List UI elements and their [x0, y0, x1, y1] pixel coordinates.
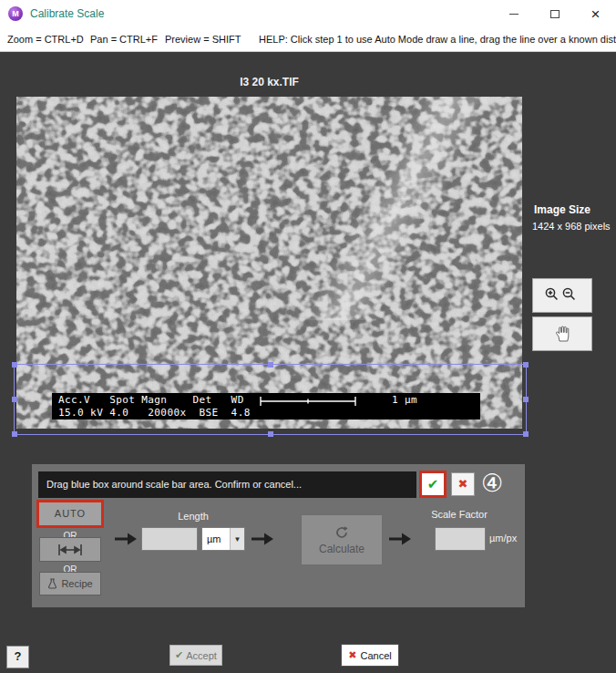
image-filename: I3 20 kx.TIF	[16, 76, 522, 88]
pan-button[interactable]	[532, 316, 592, 351]
zoom-button[interactable]	[532, 278, 592, 313]
minimize-button[interactable]	[493, 0, 534, 27]
scale-factor-label: Scale Factor	[407, 509, 511, 520]
calibrate-scale-window: M Calibrate Scale × Zoom = CTRL+D Pan = …	[0, 0, 616, 673]
length-label: Length	[141, 511, 245, 522]
recipe-flask-icon	[47, 578, 57, 589]
window-title: Calibrate Scale	[30, 7, 104, 20]
cancel-selection-button[interactable]: ✖	[451, 472, 475, 496]
maximize-button[interactable]	[534, 0, 575, 27]
app-icon: M	[8, 6, 23, 21]
recipe-button-label: Recipe	[61, 578, 92, 589]
cancel-button[interactable]: ✖ Cancel	[341, 644, 399, 667]
minimize-icon	[509, 14, 518, 15]
unit-selected-value: µm	[202, 533, 230, 544]
instruction-bar: Drag blue box around scale bar area. Con…	[38, 471, 416, 498]
step-4-badge: ④	[476, 469, 508, 498]
flow-arrow-icon	[115, 533, 137, 545]
accept-button[interactable]: ✔ Accept	[169, 645, 222, 666]
refresh-icon	[334, 525, 349, 540]
unit-select[interactable]: µm ▼	[201, 527, 245, 551]
maximize-icon	[550, 10, 560, 18]
selection-handle-se[interactable]	[523, 431, 529, 437]
scalebar-selection-box[interactable]	[14, 364, 527, 435]
chevron-down-icon: ▼	[230, 528, 244, 550]
selection-handle-n[interactable]	[268, 362, 273, 368]
selection-handle-e[interactable]	[523, 397, 529, 402]
main-area: I3 20 kx.TIF	[0, 52, 616, 673]
selection-handle-sw[interactable]	[12, 431, 17, 437]
preview-shortcut-label: Preview = SHIFT	[165, 34, 241, 45]
help-button[interactable]: ?	[6, 646, 29, 668]
selection-handle-s[interactable]	[268, 431, 273, 437]
selection-handle-nw[interactable]	[12, 362, 17, 368]
calibration-panel: Drag blue box around scale bar area. Con…	[32, 464, 525, 607]
selection-handle-ne[interactable]	[523, 362, 529, 368]
cancel-cross-icon: ✖	[348, 649, 356, 661]
zoom-shortcut-label: Zoom = CTRL+D	[7, 34, 84, 45]
manual-line-button[interactable]	[39, 537, 101, 562]
calculate-button-label: Calculate	[319, 543, 364, 555]
selection-handle-w[interactable]	[12, 397, 17, 402]
image-size-label: Image Size	[534, 203, 590, 216]
auto-button[interactable]: AUTO	[36, 500, 104, 528]
calculate-button[interactable]: Calculate	[301, 514, 383, 565]
flow-arrow-icon	[389, 533, 411, 545]
length-input[interactable]	[141, 527, 198, 551]
confirm-selection-button[interactable]: ✔	[419, 471, 447, 498]
accept-check-icon: ✔	[175, 649, 183, 661]
flow-arrow-icon	[252, 533, 273, 545]
measure-line-icon	[57, 544, 83, 556]
scale-factor-unit-label: µm/px	[489, 533, 517, 544]
scale-factor-input[interactable]	[435, 527, 486, 551]
hand-icon	[553, 325, 571, 343]
close-button[interactable]: ×	[575, 0, 616, 27]
magnifier-zoom-icons	[544, 286, 580, 305]
titlebar: M Calibrate Scale ×	[0, 0, 616, 27]
window-controls: ×	[493, 0, 616, 27]
accept-button-label: Accept	[186, 650, 217, 661]
help-text: HELP: Click step 1 to use Auto Mode draw…	[259, 34, 616, 45]
cancel-button-label: Cancel	[360, 650, 391, 661]
pan-shortcut-label: Pan = CTRL+F	[90, 34, 158, 45]
sem-ridge-highlight	[258, 97, 522, 320]
image-size-value: 1424 x 968 pixels	[532, 221, 611, 232]
recipe-button[interactable]: Recipe	[39, 572, 101, 595]
close-icon: ×	[591, 6, 601, 22]
shortcut-bar: Zoom = CTRL+D Pan = CTRL+F Preview = SHI…	[0, 27, 616, 52]
